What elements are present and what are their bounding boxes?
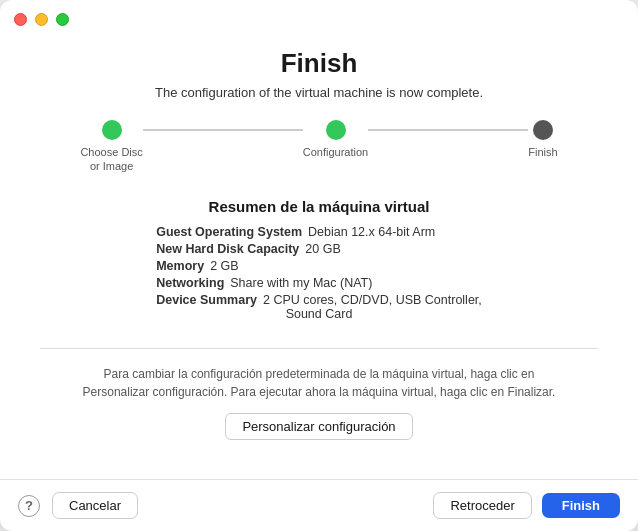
svg-point-0 (106, 124, 118, 136)
main-window: Finish The configuration of the virtual … (0, 0, 638, 531)
svg-point-2 (537, 124, 549, 136)
step-2-label: Configuration (303, 145, 368, 159)
summary-val-devices-line2: Sound Card (286, 307, 353, 321)
divider (40, 348, 598, 349)
step-1-circle (102, 120, 122, 140)
footer-note: Para cambiar la configuración predetermi… (63, 365, 576, 401)
summary-table: Guest Operating System Debian 12.x 64-bi… (156, 225, 482, 324)
progress-stepper: Choose Discor Image Configuration (40, 120, 598, 174)
summary-key-disk: New Hard Disk Capacity (156, 242, 299, 256)
maximize-button[interactable] (56, 13, 69, 26)
summary-key-networking: Networking (156, 276, 224, 290)
minimize-button[interactable] (35, 13, 48, 26)
summary-key-devices: Device Summary (156, 293, 257, 307)
summary-row-disk: New Hard Disk Capacity 20 GB (156, 242, 482, 256)
bottom-bar: ? Cancelar Retroceder Finish (0, 479, 638, 531)
page-title: Finish (281, 48, 358, 79)
step-2-circle (326, 120, 346, 140)
step-finish: Finish (528, 120, 557, 159)
summary-key-os: Guest Operating System (156, 225, 302, 239)
back-button[interactable]: Retroceder (433, 492, 531, 519)
step-1-label: Choose Discor Image (80, 145, 142, 174)
close-button[interactable] (14, 13, 27, 26)
step-3-circle (533, 120, 553, 140)
traffic-lights (14, 13, 69, 26)
finish-button[interactable]: Finish (542, 493, 620, 518)
titlebar (0, 0, 638, 38)
step-line-2 (368, 129, 528, 131)
summary-row-memory: Memory 2 GB (156, 259, 482, 273)
summary-key-memory: Memory (156, 259, 204, 273)
step-3-label: Finish (528, 145, 557, 159)
summary-row-devices: Device Summary 2 CPU cores, CD/DVD, USB … (156, 293, 482, 321)
page-subtitle: The configuration of the virtual machine… (155, 85, 483, 100)
cancel-button[interactable]: Cancelar (52, 492, 138, 519)
vm-summary: Resumen de la máquina virtual Guest Oper… (40, 198, 598, 324)
summary-val-os: Debian 12.x 64-bit Arm (308, 225, 435, 239)
summary-title: Resumen de la máquina virtual (40, 198, 598, 215)
summary-row-os: Guest Operating System Debian 12.x 64-bi… (156, 225, 482, 239)
step-configuration: Configuration (303, 120, 368, 159)
summary-val-memory: 2 GB (210, 259, 239, 273)
summary-row-networking: Networking Share with my Mac (NAT) (156, 276, 482, 290)
help-button[interactable]: ? (18, 495, 40, 517)
summary-val-devices-line1: 2 CPU cores, CD/DVD, USB Controller, (263, 293, 482, 307)
svg-point-1 (330, 124, 342, 136)
main-content: Finish The configuration of the virtual … (0, 38, 638, 479)
step-line-1 (143, 129, 303, 131)
customize-button[interactable]: Personalizar configuración (225, 413, 412, 440)
summary-val-disk: 20 GB (305, 242, 340, 256)
summary-val-networking: Share with my Mac (NAT) (230, 276, 372, 290)
step-choose-disc: Choose Discor Image (80, 120, 142, 174)
